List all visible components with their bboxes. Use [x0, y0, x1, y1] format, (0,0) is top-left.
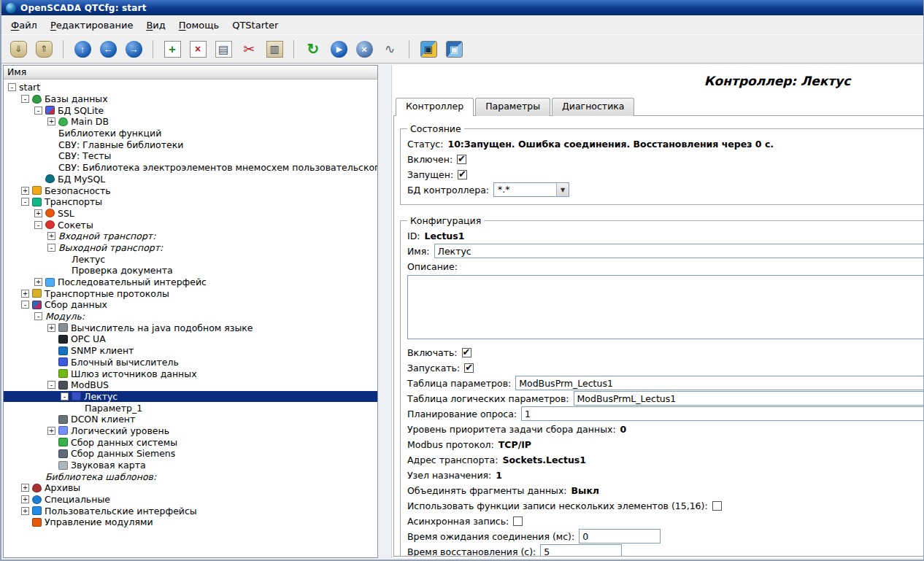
- tree-item[interactable]: -start: [4, 82, 377, 93]
- collapse-icon[interactable]: -: [34, 221, 42, 229]
- whats-this-button[interactable]: ∿: [379, 38, 401, 60]
- tree-item[interactable]: Лектус: [4, 253, 377, 265]
- tree-item[interactable]: OPC UA: [4, 333, 377, 345]
- logical-param-table-input[interactable]: [574, 391, 923, 406]
- tree-item[interactable]: +Последовательный интерфейс: [4, 276, 377, 288]
- expand-icon[interactable]: +: [34, 209, 42, 217]
- tree-item[interactable]: +Безопасность: [4, 185, 377, 196]
- tree-item[interactable]: СВУ: Тесты: [4, 150, 377, 162]
- collapse-icon[interactable]: -: [21, 301, 29, 309]
- menu-file[interactable]: Файл: [4, 17, 44, 34]
- poll-schedule-input[interactable]: [521, 406, 923, 421]
- tree-item[interactable]: DCON клиент: [4, 414, 377, 425]
- tree-item[interactable]: Сбор данных Siemens: [4, 448, 377, 460]
- expand-icon[interactable]: +: [34, 278, 42, 286]
- tree-item[interactable]: -Сокеты: [4, 219, 377, 231]
- collapse-icon[interactable]: -: [21, 198, 29, 206]
- tree-item[interactable]: +Архивы: [4, 482, 377, 494]
- tree-item[interactable]: +SSL: [4, 208, 377, 220]
- vision-button[interactable]: ▣: [443, 38, 465, 60]
- tree-item[interactable]: Управление модулями: [4, 516, 377, 528]
- expand-icon[interactable]: +: [47, 324, 55, 332]
- save-to-db-button[interactable]: ⇑: [33, 38, 55, 60]
- menu-edit[interactable]: Редактирование: [44, 17, 139, 34]
- tree-item[interactable]: +Пользовательские интерфейсы: [4, 505, 377, 516]
- stop-button[interactable]: ×: [353, 38, 375, 60]
- start-button[interactable]: ▶: [328, 38, 350, 60]
- tab-diagnostics[interactable]: Диагностика: [552, 98, 634, 116]
- tree-item[interactable]: Шлюз источников данных: [4, 368, 377, 379]
- tree-item[interactable]: +Логический уровень: [4, 425, 377, 437]
- collapse-icon[interactable]: -: [47, 381, 55, 389]
- tree-item[interactable]: +Main DB: [4, 116, 377, 128]
- multi-write-funcs-checkbox[interactable]: [712, 501, 722, 511]
- tree-item[interactable]: +Специальные: [4, 494, 377, 506]
- expand-icon[interactable]: +: [21, 495, 29, 503]
- collapse-icon[interactable]: -: [21, 95, 29, 103]
- copy-item-button[interactable]: ▤: [212, 38, 234, 60]
- collapse-icon[interactable]: -: [61, 392, 69, 401]
- collapse-icon[interactable]: -: [34, 312, 42, 320]
- param-table-input[interactable]: [515, 376, 923, 390]
- tree-item[interactable]: БД MySQL: [4, 174, 377, 185]
- expand-icon[interactable]: +: [47, 232, 55, 240]
- tree-item[interactable]: -Модуль:: [4, 311, 377, 322]
- up-button[interactable]: ↑: [72, 38, 93, 60]
- expand-icon[interactable]: +: [21, 290, 29, 298]
- tree-item[interactable]: +Вычислитель на java подобном языке: [4, 322, 377, 333]
- tree-item[interactable]: -Лектус: [4, 391, 377, 403]
- tree-item[interactable]: -Выходной транспорт:: [4, 242, 377, 254]
- tree-item[interactable]: Библиотека шаблонов:: [4, 471, 377, 482]
- tree-item[interactable]: -Транспорты: [4, 196, 377, 208]
- back-button[interactable]: ←: [97, 38, 119, 60]
- running-checkbox[interactable]: [458, 170, 467, 179]
- tree-item[interactable]: Проверка документа: [4, 265, 377, 276]
- to-start-checkbox[interactable]: [464, 363, 474, 373]
- paste-item-button[interactable]: ▥: [263, 38, 285, 60]
- tree-item[interactable]: +Транспортные протоколы: [4, 287, 377, 299]
- forward-button[interactable]: →: [123, 38, 145, 60]
- expand-icon[interactable]: +: [21, 187, 29, 195]
- tree-item[interactable]: Библиотеки функций: [4, 128, 377, 139]
- controller-db-combobox[interactable]: *.*▼: [493, 182, 569, 197]
- menu-qtstarter[interactable]: QTStarter: [226, 17, 285, 34]
- expand-icon[interactable]: +: [47, 427, 55, 435]
- tree-item[interactable]: SNMP клиент: [4, 345, 377, 357]
- tree-item[interactable]: Блочный вычислитель: [4, 357, 377, 368]
- collapse-icon[interactable]: -: [34, 107, 42, 115]
- dropdown-arrow-icon[interactable]: ▼: [556, 183, 569, 196]
- delete-item-button[interactable]: ×: [187, 38, 209, 60]
- tree-item[interactable]: Звуковая карта: [4, 460, 377, 471]
- tree-item[interactable]: Сбор данных системы: [4, 436, 377, 448]
- name-input[interactable]: [434, 244, 923, 258]
- collapse-icon[interactable]: -: [8, 83, 16, 91]
- tree-item[interactable]: СВУ: Библиотека электроэлементов мнемосх…: [4, 162, 377, 174]
- load-from-db-button[interactable]: ⇓: [7, 38, 29, 60]
- tree-column-header[interactable]: Имя: [4, 66, 377, 80]
- async-write-checkbox[interactable]: [513, 516, 523, 526]
- tree-item[interactable]: -ModBUS: [4, 379, 377, 391]
- qtcfg-button[interactable]: ▣: [417, 38, 439, 60]
- expand-icon[interactable]: +: [21, 507, 29, 515]
- cut-item-button[interactable]: ✂: [238, 38, 260, 60]
- tree-item[interactable]: -Сбор данных: [4, 299, 377, 311]
- add-item-button[interactable]: +: [161, 38, 183, 60]
- enabled-checkbox[interactable]: [457, 155, 466, 164]
- title-bar[interactable]: OpenSCADA QTCfg: start: [1, 0, 923, 15]
- restore-time-input[interactable]: [540, 544, 622, 557]
- tab-controller[interactable]: Контроллер: [396, 98, 474, 116]
- refresh-button[interactable]: ↻: [302, 38, 324, 60]
- collapse-icon[interactable]: -: [47, 244, 55, 252]
- tree-item[interactable]: -Базы данных: [4, 93, 377, 105]
- tree-item[interactable]: Параметр_1: [4, 402, 377, 414]
- menu-help[interactable]: Помощь: [172, 17, 226, 34]
- tree-item[interactable]: +Входной транспорт:: [4, 231, 377, 242]
- tab-parameters[interactable]: Параметры: [475, 98, 550, 116]
- expand-icon[interactable]: +: [21, 484, 29, 492]
- tree-item[interactable]: СВУ: Главные библиотеки: [4, 139, 377, 150]
- to-enable-checkbox[interactable]: [462, 348, 471, 357]
- menu-view[interactable]: Вид: [139, 17, 172, 34]
- tree-item[interactable]: -БД SQLite: [4, 104, 377, 116]
- description-textarea[interactable]: [407, 275, 923, 339]
- conn-timeout-input[interactable]: [579, 529, 661, 543]
